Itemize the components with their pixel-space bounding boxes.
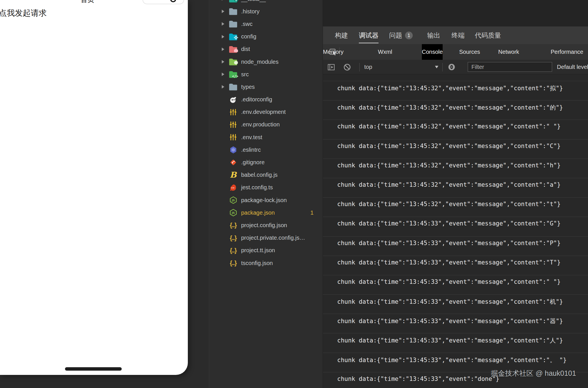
tree-item-label: .history (241, 8, 259, 15)
env-icon (229, 121, 237, 129)
tree-item--env-development[interactable]: .env.development (209, 106, 323, 118)
console-log-line: chunk data:{"time":"13:45:33","event":"m… (323, 217, 588, 236)
tree-item--eslintrc[interactable]: .eslintrc (209, 143, 323, 156)
main-tab-label: 终端 (451, 31, 465, 40)
tree-item-package-lock-json[interactable]: JSpackage-lock.json (209, 194, 323, 206)
tree-item--history[interactable]: .history (209, 5, 323, 18)
chevron-right-icon[interactable] (222, 73, 226, 76)
jest-icon (229, 184, 237, 192)
chevron-right-icon[interactable] (222, 10, 226, 13)
chevron-right-icon[interactable] (222, 60, 226, 63)
tree-item-label: types (241, 84, 255, 90)
git-icon (229, 159, 237, 167)
eye-icon[interactable] (448, 63, 455, 71)
tree-item--swc[interactable]: .swc (209, 18, 323, 30)
babel-icon: B (229, 171, 237, 179)
phone-simulator: 首页 点我发起请求 (0, 0, 188, 375)
request-trigger-text[interactable]: 点我发起请求 (0, 8, 47, 19)
toolbar-divider (359, 63, 360, 71)
tree-item--editorconfig[interactable]: .editorconfig (209, 93, 323, 106)
tree-item-babel-config-js[interactable]: Bbabel.config.js (209, 169, 323, 181)
editorconfig-icon (229, 96, 237, 104)
folder-tests-icon (229, 0, 237, 3)
tree-item-src[interactable]: </>src (209, 68, 323, 81)
log-level-value: Default levels (557, 64, 588, 70)
main-tab-输出[interactable]: 输出 (427, 26, 440, 44)
main-tab-label: 调试器 (359, 31, 379, 40)
tree-item-label: .env.production (241, 121, 280, 128)
main-tab-构建[interactable]: 构建 (335, 26, 348, 44)
file-explorer: __tests__ .history .swc config dist node… (209, 0, 323, 388)
console-log-line: chunk data:{"time":"13:45:33","event":"m… (323, 333, 588, 352)
clear-console-icon[interactable] (343, 63, 351, 71)
devtools-tab-performance[interactable]: Performance (551, 44, 583, 60)
debugger-panel: 构建调试器问题1输出终端代码质量 WxmlConsoleSourcesNetwo… (323, 0, 588, 388)
folder-badge (234, 47, 238, 54)
console-sidebar-icon[interactable] (327, 63, 335, 71)
log-level-selector[interactable]: Default levels (557, 60, 588, 74)
devtools-tab-network[interactable]: Network (498, 44, 519, 60)
devtools-tab-sources[interactable]: Sources (459, 44, 480, 60)
tree-item--gitignore[interactable]: .gitignore (209, 156, 323, 169)
console-log-line: chunk data:{"time":"13:45:33","event":"m… (323, 275, 588, 294)
chevron-right-icon[interactable] (222, 22, 226, 26)
tree-item-project-private-config-js-[interactable]: {..}project.private.config.js… (209, 232, 323, 244)
tree-item-dist[interactable]: dist (209, 43, 323, 56)
tree-item--tests-[interactable]: __tests__ (209, 0, 323, 5)
console-log-line: chunk data:{"time":"13:45:32","event":"m… (323, 197, 588, 217)
tree-item-label: .editorconfig (241, 96, 272, 103)
console-log-line: chunk data:{"time":"13:45:33","event":"m… (323, 236, 588, 256)
tree-item-label: package-lock.json (241, 197, 287, 204)
console-toolbar: top Default levels (323, 60, 588, 74)
tree-item-types[interactable]: types (209, 81, 323, 93)
main-tab-问题[interactable]: 问题1 (389, 26, 413, 44)
main-tab-终端[interactable]: 终端 (451, 26, 465, 44)
chevron-right-icon[interactable] (222, 85, 226, 89)
tree-item-config[interactable]: config (209, 30, 323, 43)
capsule-home-icon[interactable] (170, 0, 176, 2)
chevron-right-icon[interactable] (222, 48, 226, 51)
watermark: 掘金技术社区 @ hauk0101 (491, 369, 576, 378)
tree-item-jest-config-ts[interactable]: jest.config.ts (209, 181, 323, 194)
console-output[interactable]: chunk data:{"time":"13:45:32","event":"m… (323, 74, 588, 388)
chevron-down-icon (435, 66, 438, 68)
folder-plain-icon (229, 83, 237, 91)
main-tab-label: 输出 (427, 31, 440, 40)
console-log-line: chunk data:{"time":"13:45:32","event":"m… (323, 100, 588, 120)
wechat-capsule-button[interactable] (143, 0, 184, 4)
tree-item-project-config-json[interactable]: {..}project.config.json (209, 219, 323, 231)
main-tab-代码质量[interactable]: 代码质量 (475, 26, 501, 44)
tree-item-label: package.json (241, 210, 275, 216)
tree-item--env-test[interactable]: .env.test (209, 131, 323, 143)
devtools-tab-console[interactable]: Console (422, 44, 443, 60)
tree-item-tsconfig-json[interactable]: {..}tsconfig.json (209, 257, 323, 269)
console-log-line: chunk data:{"time":"13:45:32","event":"m… (323, 120, 588, 139)
tree-item-label: project.tt.json (241, 247, 275, 254)
chevron-right-icon[interactable] (222, 0, 226, 1)
chevron-right-icon[interactable] (222, 35, 226, 38)
tree-item-package-json[interactable]: JSpackage.json1 (209, 206, 323, 219)
tree-item-node-modules[interactable]: node_modules (209, 56, 323, 68)
env-icon (229, 108, 237, 116)
tree-item--env-production[interactable]: .env.production (209, 118, 323, 131)
folder-badge: </> (232, 72, 238, 79)
filter-input[interactable] (468, 62, 552, 72)
devtools-tab-bar: WxmlConsoleSourcesNetworkPerformanceMemo… (323, 44, 588, 60)
devtools-tab-wxml[interactable]: Wxml (378, 44, 416, 60)
console-log-list: chunk data:{"time":"13:45:32","event":"m… (323, 81, 588, 388)
tree-item-label: .swc (241, 21, 253, 27)
tree-item-label: jest.config.ts (241, 184, 273, 191)
console-log-line: chunk data:{"time":"13:45:33","event":"m… (323, 314, 588, 333)
devtools-window: 首页 点我发起请求 __tests__ .history .swc config… (0, 0, 588, 388)
tree-item-label: .gitignore (241, 159, 265, 166)
toolbar-divider (442, 63, 443, 71)
devtools-tab-memory[interactable]: Memory (323, 44, 343, 60)
context-selector[interactable]: top (364, 60, 442, 74)
tree-item-project-tt-json[interactable]: {..}project.tt.json (209, 244, 323, 257)
main-tab-调试器[interactable]: 调试器 (359, 26, 379, 44)
main-tab-label: 问题 (389, 31, 402, 40)
json-icon: {..} (229, 259, 237, 267)
env-icon (229, 133, 237, 141)
console-log-line: chunk data:{"time":"13:45:32","event":"m… (323, 178, 588, 197)
folder-plain-icon (229, 20, 237, 28)
